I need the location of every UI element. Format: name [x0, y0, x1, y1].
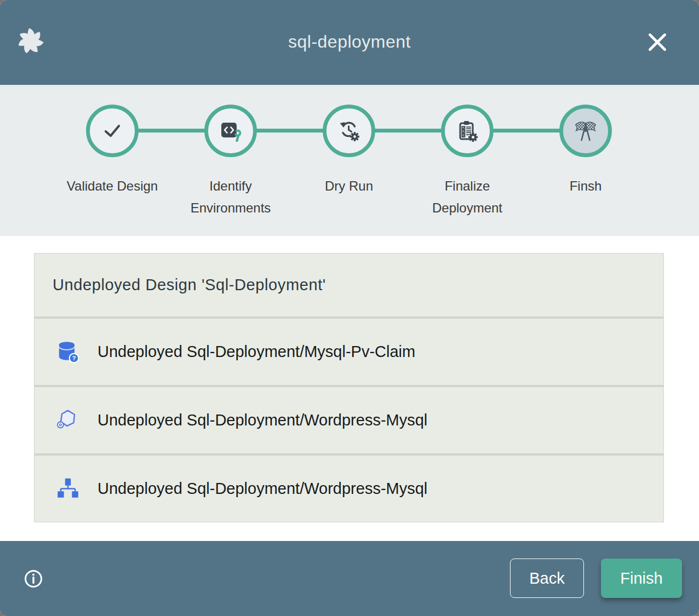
close-button[interactable]	[644, 29, 671, 55]
step-circle	[204, 105, 257, 157]
step-validate-design: Validate Design	[53, 105, 171, 219]
result-text: Undeployed Design 'Sql-Deployment'	[53, 276, 326, 294]
step-circle	[441, 105, 494, 157]
results-section: Undeployed Design 'Sql-Deployment' ? Und…	[0, 236, 699, 541]
deployment-stepper: Validate Design Identify Environments	[0, 85, 699, 236]
step-finalize-deployment: Finalize Deployment	[408, 105, 526, 219]
step-label: Finalize Deployment	[408, 175, 526, 219]
step-finish: Finsh	[526, 105, 645, 219]
checkered-flags-icon	[573, 118, 598, 143]
step-dry-run: Dry Run	[290, 105, 408, 219]
step-label: Finsh	[570, 175, 602, 197]
clipboard-gear-icon	[455, 118, 480, 143]
step-label: Identify Environments	[171, 175, 290, 219]
step-label: Dry Run	[325, 175, 373, 197]
result-row-wordpress-pod: Undeployed Sql-Deployment/Wordpress-Mysq…	[35, 387, 663, 453]
hierarchy-icon	[55, 476, 81, 502]
info-icon	[23, 568, 44, 589]
result-text: Undeployed Sql-Deployment/Wordpress-Mysq…	[98, 411, 427, 429]
back-button[interactable]: Back	[510, 559, 584, 598]
dialog-header: sql-deployment	[0, 0, 699, 85]
step-label: Validate Design	[67, 175, 158, 197]
result-text: Undeployed Sql-Deployment/Wordpress-Mysq…	[98, 480, 427, 498]
result-text: Undeployed Sql-Deployment/Mysql-Pv-Claim	[98, 343, 415, 361]
results-panel: Undeployed Design 'Sql-Deployment' ? Und…	[34, 253, 664, 522]
dialog-title: sql-deployment	[0, 32, 699, 52]
step-circle-active	[559, 105, 612, 157]
step-circle	[86, 105, 139, 157]
dialog-footer: Back Finish	[0, 541, 699, 616]
history-gear-icon	[336, 118, 362, 143]
database-icon: ?	[55, 339, 81, 365]
pod-icon	[55, 408, 81, 433]
check-icon	[100, 118, 125, 143]
close-icon	[644, 29, 671, 55]
step-circle	[323, 105, 375, 157]
code-wrench-icon	[218, 118, 243, 143]
step-identify-environments: Identify Environments	[171, 105, 290, 219]
result-row-design: Undeployed Design 'Sql-Deployment'	[35, 254, 663, 316]
sql-deployment-dialog: sql-deployment Validate Design	[0, 0, 699, 616]
result-row-wordpress-hierarchy: Undeployed Sql-Deployment/Wordpress-Mysq…	[35, 456, 663, 522]
result-row-pv-claim: ? Undeployed Sql-Deployment/Mysql-Pv-Cla…	[35, 319, 663, 385]
info-button[interactable]	[23, 568, 44, 589]
svg-text:?: ?	[72, 354, 76, 361]
finish-button[interactable]: Finish	[601, 559, 682, 598]
